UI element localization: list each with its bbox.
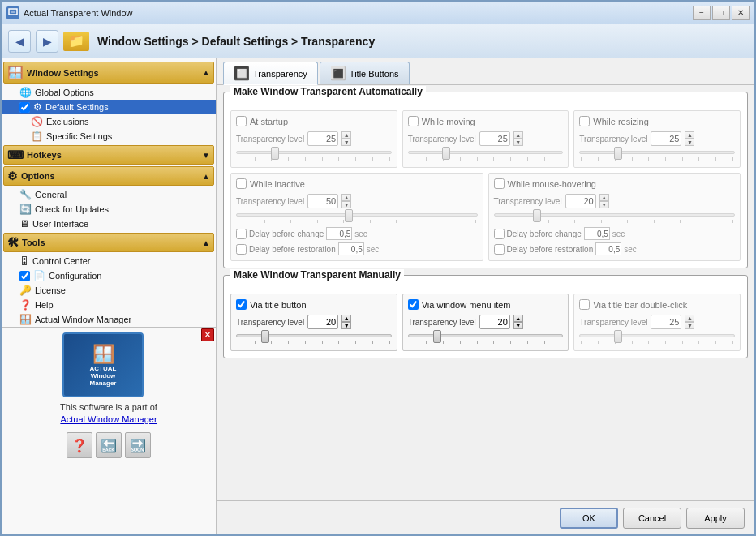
while-inactive-trans-input[interactable] (307, 194, 338, 208)
sidebar-section-window-settings[interactable]: 🪟 Window Settings ▲ (3, 62, 214, 84)
while-moving-checkbox[interactable] (408, 116, 419, 126)
sidebar-item-default-settings[interactable]: ⚙ Default Settings (2, 100, 216, 114)
via-title-button-checkbox[interactable] (236, 299, 247, 310)
while-inactive-checkbox[interactable] (236, 178, 247, 189)
while-hovering-checkbox[interactable] (494, 178, 505, 189)
at-startup-checkbox[interactable] (236, 116, 247, 126)
sidebar-item-user-interface[interactable]: 🖥 User Interface (2, 217, 216, 231)
sidebar-promo: 🪟 ACTUAL Window Manager This software is… (2, 327, 216, 429)
inactive-delay-change-input[interactable] (326, 227, 352, 240)
sidebar-section-hotkeys[interactable]: ⌨ Hotkeys ▼ (3, 145, 214, 165)
at-startup-spin-up[interactable]: ▲ (341, 131, 351, 139)
while-hovering-slider-track[interactable] (494, 213, 736, 217)
default-settings-checkbox[interactable] (19, 102, 30, 113)
while-resizing-slider-track[interactable] (579, 151, 735, 154)
sidebar-item-license[interactable]: 🔑 License (2, 283, 216, 298)
via-menu-spin-down[interactable]: ▼ (513, 322, 523, 329)
via-menu-item-trans-input[interactable] (479, 315, 510, 329)
via-dblclick-spin-down[interactable]: ▼ (685, 322, 694, 329)
inactive-delay-restore-row: Delay before restoration sec (236, 242, 478, 255)
while-moving-spin-up[interactable]: ▲ (513, 131, 523, 139)
while-hovering-trans-input[interactable] (565, 194, 596, 208)
sidebar: 🪟 Window Settings ▲ 🌐 Global Options ⚙ D… (2, 58, 217, 534)
while-inactive-spin-up[interactable]: ▲ (341, 194, 351, 201)
close-button[interactable]: ✕ (732, 6, 750, 20)
while-inactive-slider-thumb[interactable] (345, 209, 353, 222)
transparency-tab-icon: 🔲 (234, 66, 250, 81)
tab-title-buttons[interactable]: 🔳 Title Buttons (320, 62, 410, 84)
at-startup-label: At startup (250, 117, 288, 126)
while-resizing-spin-down[interactable]: ▼ (685, 139, 694, 146)
at-startup-trans-input[interactable] (307, 131, 338, 146)
via-dblclick-spin-up[interactable]: ▲ (685, 315, 694, 322)
via-dblclick-slider-thumb[interactable] (614, 330, 622, 343)
while-resizing-slider-thumb[interactable] (614, 147, 622, 160)
while-hovering-spin-up[interactable]: ▲ (599, 194, 609, 201)
via-menu-slider-thumb[interactable] (433, 330, 441, 343)
via-title-slider-thumb[interactable] (261, 330, 269, 343)
at-startup-slider-thumb[interactable] (271, 147, 279, 160)
minimize-button[interactable]: − (693, 6, 711, 20)
inactive-delay-restore-input[interactable] (338, 242, 364, 255)
inactive-delay-restore-checkbox[interactable] (236, 244, 247, 255)
sidebar-section-tools[interactable]: 🛠 Tools ▲ (3, 233, 214, 252)
hovering-delay-change-input[interactable] (584, 227, 610, 240)
while-moving-trans-input[interactable] (479, 131, 510, 146)
forward-button[interactable]: ▶ (36, 30, 58, 53)
while-inactive-label: While inactive (250, 179, 305, 189)
while-moving-spin-down[interactable]: ▼ (513, 139, 523, 146)
sidebar-item-check-updates[interactable]: 🔄 Check for Updates (2, 202, 216, 217)
via-title-spin-down[interactable]: ▼ (341, 322, 351, 329)
forward-toolbar-icon[interactable]: 🔜 (125, 432, 151, 458)
while-resizing-spin-up[interactable]: ▲ (685, 131, 694, 139)
back-toolbar-icon[interactable]: 🔙 (96, 432, 122, 458)
while-inactive-slider-track[interactable] (236, 213, 478, 217)
sidebar-item-configuration[interactable]: 📄 Configuration (2, 268, 216, 283)
at-startup-spin-down[interactable]: ▼ (341, 139, 351, 146)
maximize-button[interactable]: □ (712, 6, 730, 20)
via-title-button-trans-input[interactable] (307, 315, 338, 329)
via-double-click-trans-input[interactable] (651, 315, 681, 329)
sidebar-item-actual-window-manager[interactable]: 🪟 Actual Window Manager (2, 312, 216, 327)
apply-button[interactable]: Apply (686, 508, 745, 529)
sidebar-item-help[interactable]: ❓ Help (2, 298, 216, 312)
sidebar-item-exclusions[interactable]: 🚫 Exclusions (2, 114, 216, 129)
hovering-delay-restore-input[interactable] (595, 242, 621, 255)
cancel-button[interactable]: Cancel (623, 508, 681, 529)
via-dblclick-slider-track[interactable] (579, 334, 735, 337)
via-menu-spin-up[interactable]: ▲ (513, 315, 523, 322)
sidebar-item-global-options[interactable]: 🌐 Global Options (2, 85, 216, 100)
sidebar-item-specific-settings[interactable]: 📋 Specific Settings (2, 129, 216, 144)
via-dblclick-spin: ▲ ▼ (685, 315, 694, 329)
configuration-checkbox[interactable] (19, 271, 30, 281)
sidebar-close-button[interactable]: ✕ (201, 328, 214, 341)
while-moving-slider-track[interactable] (408, 151, 564, 154)
title-buttons-tab-icon: 🔳 (330, 66, 346, 81)
while-inactive-spin-down[interactable]: ▼ (341, 201, 351, 208)
via-double-click-checkbox[interactable] (579, 299, 590, 310)
while-moving-slider-thumb[interactable] (442, 147, 450, 160)
sidebar-item-general[interactable]: 🔧 General (2, 187, 216, 202)
sidebar-item-control-center[interactable]: 🎛 Control Center (2, 254, 216, 268)
ok-button[interactable]: OK (560, 508, 618, 529)
help-toolbar-icon[interactable]: ❓ (67, 432, 92, 458)
while-resizing-trans-input[interactable] (651, 131, 681, 146)
via-menu-slider-track[interactable] (408, 334, 564, 337)
tab-transparency[interactable]: 🔲 Transparency (223, 62, 318, 85)
panel-scroll[interactable]: Make Window Transparent Automatically At… (217, 85, 754, 500)
via-title-spin-up[interactable]: ▲ (341, 315, 351, 322)
via-title-slider-track[interactable] (236, 334, 392, 337)
while-hovering-spin-down[interactable]: ▼ (599, 201, 609, 208)
hovering-delay-restore-checkbox[interactable] (494, 244, 505, 255)
back-button[interactable]: ◀ (8, 30, 31, 53)
specific-settings-icon: 📋 (31, 131, 43, 142)
hovering-delay-change-checkbox[interactable] (494, 229, 505, 239)
app-icon (6, 6, 19, 19)
while-resizing-checkbox[interactable] (579, 116, 590, 126)
promo-link[interactable]: Actual Window Manager (60, 414, 157, 424)
sidebar-section-options[interactable]: ⚙ Options ▲ (3, 166, 214, 186)
while-hovering-slider-thumb[interactable] (533, 209, 541, 222)
inactive-delay-change-checkbox[interactable] (236, 229, 247, 239)
via-menu-item-checkbox[interactable] (408, 299, 419, 310)
at-startup-slider-track[interactable] (236, 151, 392, 154)
